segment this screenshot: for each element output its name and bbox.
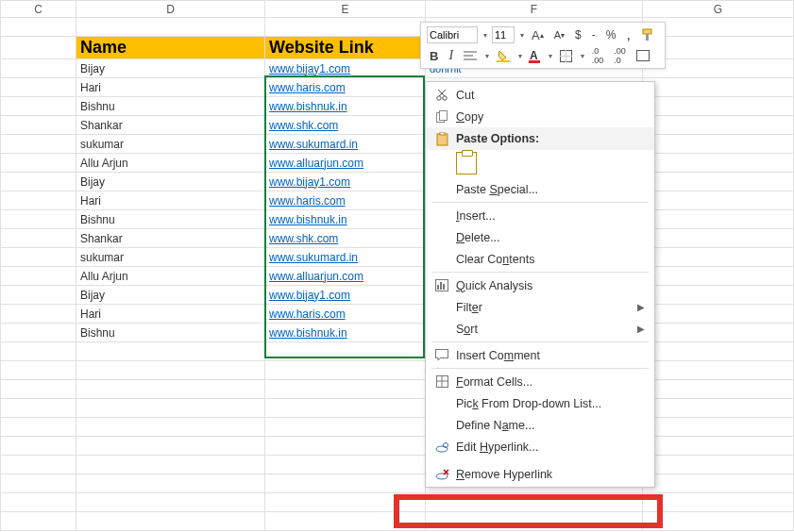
cell-name[interactable]: Hari (76, 78, 265, 97)
cell-name[interactable]: Bijay (76, 59, 265, 78)
header-name[interactable]: Name (76, 37, 265, 59)
svg-point-27 (436, 446, 448, 452)
cell-link[interactable]: www.shk.com (265, 229, 426, 248)
table-row[interactable]: Shankarwww.shk.com (1, 116, 794, 135)
comment-icon (431, 349, 452, 361)
table-row[interactable]: Hariwww.haris.com (1, 191, 794, 210)
col-header-e[interactable]: E (265, 1, 426, 18)
submenu-arrow-icon: ▶ (637, 324, 645, 334)
ctx-remove-hyperlink[interactable]: Remove Hyperlink (426, 463, 654, 485)
cell-name[interactable]: Bishnu (76, 324, 265, 342)
table-row[interactable]: Bijaywww.bijay1.com (1, 173, 794, 191)
cell-name[interactable]: Shankar (76, 229, 265, 248)
ctx-insert[interactable]: Insert... (426, 205, 654, 226)
table-row[interactable]: Bishnuwww.bishnuk.in (1, 210, 794, 229)
cell-name[interactable]: Hari (76, 191, 265, 210)
accounting-format-button[interactable]: $ (572, 26, 584, 43)
cell-link[interactable]: www.haris.com (265, 305, 426, 324)
table-row[interactable]: Bishnuwww.bishnuk.in (1, 324, 794, 342)
cell-link[interactable]: www.bijay1.com (265, 286, 426, 305)
font-select[interactable] (427, 26, 478, 43)
table-row[interactable]: Hariwww.haris.com (1, 78, 794, 97)
italic-button[interactable]: I (446, 47, 456, 64)
cell-link[interactable]: www.sukumard.in (265, 135, 426, 154)
font-dropdown-icon[interactable]: ▾ (483, 31, 487, 40)
cell-link[interactable]: www.bijay1.com (265, 59, 426, 78)
ctx-filter[interactable]: Filter ▶ (426, 296, 654, 318)
ctx-edit-hyperlink[interactable]: Edit Hyperlink... (426, 436, 654, 457)
cell-link[interactable]: www.shk.com (265, 116, 426, 135)
col-header-f[interactable]: F (426, 1, 643, 18)
cell-name[interactable]: sukumar (76, 248, 265, 267)
cell-link[interactable]: www.haris.com (265, 78, 426, 97)
bold-button[interactable]: B (427, 47, 441, 64)
ctx-insert-comment[interactable]: Insert Comment (426, 344, 654, 366)
svg-rect-23 (436, 350, 448, 358)
table-row[interactable]: sukumarwww.sukumard.in (1, 135, 794, 154)
cell-name[interactable]: Hari (76, 305, 265, 324)
cell-link[interactable]: www.bijay1.com (265, 173, 426, 191)
ctx-cut[interactable]: Cut (426, 84, 654, 106)
ctx-paste-options: Paste Options: (426, 127, 654, 150)
table-row[interactable]: Bishnuwww.bishnuk.in (1, 97, 794, 116)
cell-name[interactable]: Bijay (76, 286, 265, 305)
percent-button[interactable]: % (603, 26, 619, 43)
column-headers[interactable]: C D E F G (1, 1, 794, 18)
ctx-copy[interactable]: Copy (426, 106, 654, 127)
cell-name[interactable]: Bishnu (76, 97, 265, 116)
table-row[interactable]: Allu Arjunwww.alluarjun.com (1, 267, 794, 286)
paste-default-button[interactable] (456, 152, 477, 175)
table-row[interactable]: Hariwww.haris.com (1, 305, 794, 324)
cell-link[interactable]: www.bishnuk.in (265, 324, 426, 342)
header-link[interactable]: Website Link (265, 37, 426, 59)
ctx-format-cells[interactable]: Format Cells... (426, 371, 654, 392)
table-row[interactable]: Bijaywww.bijay1.com (1, 286, 794, 305)
ctx-paste-special[interactable]: Paste Special... (426, 178, 654, 200)
increase-font-button[interactable]: A▴ (529, 26, 547, 43)
cell-link[interactable]: www.bishnuk.in (265, 210, 426, 229)
increase-decimal-button[interactable]: .0.00 (589, 47, 607, 64)
ctx-paste-icons-row (426, 150, 654, 178)
ctx-sort[interactable]: Sort ▶ (426, 318, 654, 340)
quick-analysis-icon (431, 279, 452, 291)
ctx-separator (431, 272, 649, 273)
size-dropdown-icon[interactable]: ▾ (520, 31, 524, 40)
table-row[interactable]: Bijaywww.bijay1.comdonrhit (1, 59, 794, 78)
ctx-quick-analysis[interactable]: Quick Analysis (426, 274, 654, 296)
table-row[interactable]: sukumarwww.sukumard.in (1, 248, 794, 267)
ctx-delete[interactable]: Delete... (426, 226, 654, 248)
ctx-pick-list[interactable]: Pick From Drop-down List... (426, 392, 654, 414)
format-painter-button[interactable] (638, 26, 659, 43)
ctx-separator (431, 341, 649, 342)
cell-name[interactable]: Allu Arjun (76, 154, 265, 173)
cell-name[interactable]: sukumar (76, 135, 265, 154)
col-header-d[interactable]: D (76, 1, 265, 18)
table-row[interactable]: Allu Arjunwww.alluarjun.com (1, 154, 794, 173)
table-row[interactable]: Shankarwww.shk.com (1, 229, 794, 248)
ctx-cut-label: Cut (456, 89, 474, 102)
col-header-c[interactable]: C (1, 1, 76, 18)
col-header-g[interactable]: G (643, 1, 794, 18)
ctx-define-name[interactable]: Define Name... (426, 414, 654, 436)
cell-link[interactable]: www.sukumard.in (265, 248, 426, 267)
cell-link[interactable]: www.alluarjun.com (265, 267, 426, 286)
cell-name[interactable]: Allu Arjun (76, 267, 265, 286)
alignment-button[interactable] (461, 47, 480, 64)
font-color-button[interactable]: A (527, 47, 543, 64)
cell-name[interactable]: Bijay (76, 173, 265, 191)
cell-link[interactable]: www.alluarjun.com (265, 154, 426, 173)
fill-color-button[interactable] (494, 47, 513, 64)
cell-link[interactable]: www.haris.com (265, 191, 426, 210)
borders-button[interactable] (557, 47, 575, 64)
decrease-decimal-button[interactable]: .00.0 (611, 47, 629, 64)
merge-button[interactable] (634, 47, 652, 64)
cell-name[interactable]: Shankar (76, 116, 265, 135)
font-size-select[interactable] (492, 26, 515, 43)
ctx-clear[interactable]: Clear Contents (426, 248, 654, 270)
spreadsheet-grid[interactable]: C D E F G NameWebsite LinkBijaywww.bijay… (0, 0, 794, 531)
cell-name[interactable]: Bishnu (76, 210, 265, 229)
svg-rect-21 (440, 282, 442, 290)
cell-link[interactable]: www.bishnuk.in (265, 97, 426, 116)
comma-style-button[interactable]: , (623, 26, 633, 43)
decrease-font-button[interactable]: A▾ (551, 26, 567, 43)
